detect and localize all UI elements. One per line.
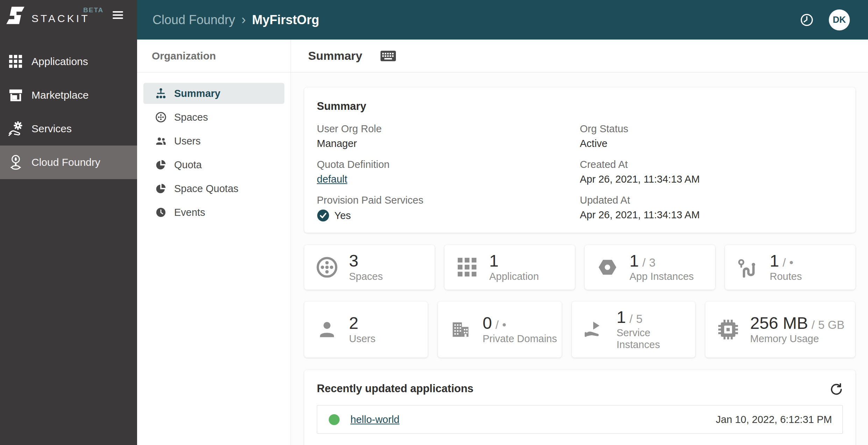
orgnav-item-label: Space Quotas bbox=[174, 183, 239, 195]
sidebar-item-label: Services bbox=[31, 123, 72, 135]
stat-card-private-domains: 0 / • Private Domains bbox=[438, 302, 562, 358]
orgnav-item-label: Users bbox=[174, 135, 201, 147]
memory-chip-icon bbox=[717, 318, 740, 341]
balloon-pin-icon bbox=[8, 154, 23, 170]
building-icon bbox=[449, 318, 472, 341]
primary-sidebar: STACKIT BETA Applications bbox=[0, 0, 137, 445]
breadcrumb-parent-link[interactable]: Cloud Foundry bbox=[152, 13, 235, 27]
pie-chart-icon bbox=[155, 159, 166, 170]
page-title: Summary bbox=[308, 49, 362, 63]
stat-card-memory-usage: 256 MB / 5 GB Memory Usage bbox=[705, 302, 855, 358]
circle-dots-icon bbox=[155, 112, 166, 123]
orgnav-item-label: Quota bbox=[174, 159, 202, 171]
brand-area: STACKIT BETA bbox=[0, 0, 137, 40]
field-org-status: Org Status Active bbox=[580, 123, 843, 149]
summary-fields: User Org Role Manager Org Status Active … bbox=[317, 123, 843, 222]
orgnav-title: Organization bbox=[137, 40, 291, 72]
history-clock-button[interactable] bbox=[799, 12, 815, 28]
sidebar-item-services[interactable]: Services bbox=[0, 112, 137, 146]
stats-row-1: 3 Spaces 1 Application bbox=[304, 245, 855, 290]
stat-card-users: 2 Users bbox=[304, 302, 428, 358]
orgnav-item-events[interactable]: Events bbox=[143, 202, 284, 223]
orgnav-item-quota[interactable]: Quota bbox=[143, 154, 284, 175]
menu-toggle-button[interactable] bbox=[113, 11, 123, 20]
keyboard-shortcuts-icon[interactable] bbox=[380, 51, 396, 61]
main-header: Summary bbox=[291, 40, 868, 72]
sidebar-item-marketplace[interactable]: Marketplace bbox=[0, 78, 137, 112]
app-list-row: hello-world Jan 10, 2022, 6:12:31 PM bbox=[317, 405, 843, 434]
app-link[interactable]: hello-world bbox=[350, 414, 399, 425]
grid-icon bbox=[8, 54, 23, 70]
summary-card-title: Summary bbox=[317, 100, 843, 113]
quota-definition-link[interactable]: default bbox=[317, 174, 347, 185]
stat-card-spaces: 3 Spaces bbox=[304, 245, 435, 290]
hand-play-icon bbox=[583, 318, 606, 341]
sidebar-item-label: Marketplace bbox=[31, 89, 88, 101]
sidebar-item-applications[interactable]: Applications bbox=[0, 45, 137, 78]
field-provision-paid-services: Provision Paid Services Yes bbox=[317, 195, 580, 222]
field-user-org-role: User Org Role Manager bbox=[317, 123, 580, 149]
stackit-logo-icon bbox=[6, 6, 25, 25]
stat-card-app-instances: 1 / 3 App Instances bbox=[585, 245, 715, 290]
hexagon-icon bbox=[596, 256, 619, 279]
orgnav-item-label: Events bbox=[174, 207, 205, 218]
topbar: Cloud Foundry › MyFirstOrg DK bbox=[137, 0, 868, 40]
storefront-icon bbox=[8, 87, 23, 103]
stat-card-service-instances: 1 / 5 Service Instances bbox=[572, 302, 695, 358]
refresh-button[interactable] bbox=[830, 382, 843, 395]
org-status-value: Active bbox=[580, 138, 843, 149]
orgnav-item-summary[interactable]: Summary bbox=[143, 83, 284, 104]
sidebar-item-label: Cloud Foundry bbox=[31, 156, 100, 168]
stat-card-application: 1 Application bbox=[444, 245, 575, 290]
sitemap-icon bbox=[155, 88, 166, 99]
sidebar-item-label: Applications bbox=[31, 56, 88, 68]
orgnav-item-spaces[interactable]: Spaces bbox=[143, 107, 284, 128]
pie-chart-icon bbox=[155, 183, 166, 194]
clock-icon bbox=[799, 12, 815, 28]
app-status-running-dot bbox=[329, 414, 340, 425]
stat-card-routes: 1 / • Routes bbox=[725, 245, 855, 290]
route-icon bbox=[736, 256, 759, 279]
stats-row-2: 2 Users bbox=[304, 302, 855, 358]
person-icon bbox=[315, 318, 339, 341]
breadcrumb-current: MyFirstOrg bbox=[252, 13, 319, 27]
orgnav-item-label: Spaces bbox=[174, 112, 208, 123]
brand-wordmark: STACKIT bbox=[31, 13, 90, 24]
recent-apps-title: Recently updated applications bbox=[317, 382, 474, 395]
sidebar-item-cloud-foundry[interactable]: Cloud Foundry bbox=[0, 146, 137, 179]
grid-icon bbox=[456, 256, 479, 279]
field-quota-definition: Quota Definition default bbox=[317, 159, 580, 185]
orgnav-item-users[interactable]: Users bbox=[143, 130, 284, 151]
hand-gear-icon bbox=[8, 121, 23, 137]
app-updated-timestamp: Jan 10, 2022, 6:12:31 PM bbox=[716, 414, 832, 425]
people-icon bbox=[155, 135, 166, 147]
topbar-actions: DK bbox=[799, 9, 850, 30]
orgnav-list: Summary Spaces Users bbox=[137, 72, 291, 223]
check-circle-icon bbox=[317, 209, 329, 222]
primary-nav: Applications Marketplace bbox=[0, 45, 137, 179]
summary-card: Summary User Org Role Manager Org Status… bbox=[304, 87, 855, 233]
breadcrumb-separator: › bbox=[241, 12, 246, 27]
orgnav-item-space-quotas[interactable]: Space Quotas bbox=[143, 178, 284, 199]
orgnav-item-label: Summary bbox=[174, 88, 220, 99]
main-content: Summary Summary User Org Role Manager bbox=[291, 40, 868, 445]
breadcrumb: Cloud Foundry › MyFirstOrg bbox=[152, 12, 319, 27]
circle-dots-icon bbox=[315, 256, 339, 279]
field-updated-at: Updated At Apr 26, 2021, 11:34:13 AM bbox=[580, 195, 843, 222]
beta-badge: BETA bbox=[83, 6, 104, 14]
user-avatar[interactable]: DK bbox=[829, 9, 850, 30]
org-sidebar: Organization Summary Spaces bbox=[137, 40, 291, 445]
recent-apps-card: Recently updated applications hello-worl… bbox=[304, 370, 855, 445]
refresh-icon bbox=[830, 382, 843, 395]
main-body: Summary User Org Role Manager Org Status… bbox=[291, 72, 868, 445]
clock-filled-icon bbox=[155, 207, 166, 218]
provision-paid-value: Yes bbox=[334, 210, 351, 221]
field-created-at: Created At Apr 26, 2021, 11:34:13 AM bbox=[580, 159, 843, 185]
